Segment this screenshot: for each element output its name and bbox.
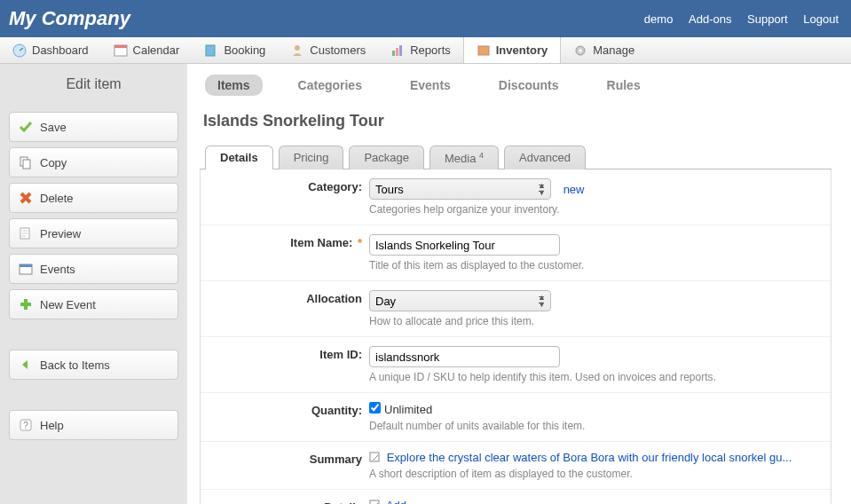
main-nav: Dashboard Calendar Booking Customers Rep…	[0, 37, 851, 64]
item-id-hint: A unique ID / SKU to help identify this …	[369, 371, 813, 383]
svg-rect-15	[20, 264, 32, 267]
svg-text:?: ?	[23, 421, 28, 430]
button-label: Save	[40, 121, 67, 134]
details-label: Details	[201, 499, 369, 504]
subnav-categories[interactable]: Categories	[286, 75, 374, 96]
subnav-events[interactable]: Events	[398, 75, 463, 96]
copy-button[interactable]: Copy	[9, 147, 178, 177]
svg-rect-8	[478, 46, 489, 55]
edit-icon	[369, 452, 380, 462]
svg-rect-18	[370, 453, 379, 461]
nav-label: Manage	[593, 43, 634, 57]
allocation-hint: How to allocate and price this item.	[369, 315, 813, 327]
sidebar: Edit item Save Copy Delete Preview Event…	[0, 64, 187, 504]
gear-icon	[573, 43, 587, 58]
item-id-label: Item ID:	[201, 346, 369, 383]
header-links: demo Add-ons Support Logout	[632, 12, 839, 26]
item-name-input[interactable]	[369, 234, 560, 256]
save-button[interactable]: Save	[9, 112, 178, 142]
copy-icon	[19, 155, 33, 169]
item-name-label: Item Name: *	[201, 234, 369, 272]
tab-package[interactable]: Package	[349, 146, 424, 169]
category-select[interactable]: Tours	[369, 178, 551, 200]
details-form: Category: Tours ▲▼ new Categories help o…	[200, 169, 831, 504]
button-label: Events	[40, 263, 75, 276]
summary-label: Summary	[201, 451, 369, 480]
events-icon	[19, 262, 33, 276]
tab-details[interactable]: Details	[205, 146, 273, 169]
new-category-link[interactable]: new	[563, 183, 585, 196]
summary-link[interactable]: Explore the crystal clear waters of Bora…	[387, 451, 792, 464]
link-demo[interactable]: demo	[644, 12, 674, 26]
events-button[interactable]: Events	[9, 254, 178, 284]
tab-pricing[interactable]: Pricing	[279, 146, 344, 169]
svg-rect-6	[396, 48, 398, 56]
allocation-label: Allocation	[201, 290, 369, 327]
subnav-items[interactable]: Items	[205, 75, 263, 96]
nav-booking[interactable]: Booking	[192, 37, 278, 63]
tabs: Details Pricing Package Media 4 Advanced	[200, 145, 831, 169]
check-icon	[19, 120, 33, 134]
quantity-label: Quantity:	[201, 402, 369, 432]
back-arrow-icon	[19, 358, 33, 372]
summary-hint: A short description of item as displayed…	[369, 468, 813, 480]
subnav-rules[interactable]: Rules	[595, 75, 653, 96]
svg-rect-3	[206, 45, 215, 56]
dashboard-icon	[12, 43, 27, 58]
unlimited-checkbox[interactable]	[369, 402, 381, 413]
category-label: Category:	[201, 178, 369, 216]
help-button[interactable]: ? Help	[9, 410, 178, 440]
nav-label: Booking	[224, 43, 265, 57]
delete-button[interactable]: Delete	[9, 183, 178, 213]
nav-manage[interactable]: Manage	[561, 37, 647, 63]
nav-inventory[interactable]: Inventory	[463, 37, 562, 63]
nav-calendar[interactable]: Calendar	[101, 37, 193, 63]
reports-icon	[390, 43, 405, 58]
link-logout[interactable]: Logout	[803, 12, 839, 26]
preview-button[interactable]: Preview	[9, 218, 178, 248]
svg-point-4	[295, 45, 300, 51]
inventory-icon	[477, 43, 491, 58]
page-title: Islands Snorkeling Tour	[200, 112, 831, 130]
delete-icon	[19, 191, 33, 205]
company-name: My Company	[9, 7, 632, 30]
booking-icon	[204, 43, 218, 58]
main-content: Items Categories Events Discounts Rules …	[187, 64, 851, 504]
link-addons[interactable]: Add-ons	[689, 12, 731, 26]
quantity-hint: Default number of units available for th…	[369, 420, 813, 432]
quantity-checkbox-wrap[interactable]: Unlimited	[369, 403, 432, 416]
subnav-discounts[interactable]: Discounts	[486, 75, 571, 96]
help-icon: ?	[19, 418, 33, 432]
nav-label: Inventory	[496, 43, 548, 57]
svg-rect-12	[23, 160, 30, 169]
tab-media[interactable]: Media 4	[429, 146, 499, 169]
svg-point-10	[579, 49, 582, 52]
item-id-input[interactable]	[369, 346, 560, 367]
nav-dashboard[interactable]: Dashboard	[0, 37, 101, 63]
nav-label: Reports	[410, 43, 451, 57]
button-label: Back to Items	[40, 358, 110, 372]
category-hint: Categories help organize your inventory.	[369, 203, 813, 216]
back-button[interactable]: Back to Items	[9, 350, 178, 380]
new-event-button[interactable]: New Event	[9, 289, 178, 319]
svg-rect-7	[399, 45, 402, 56]
nav-label: Customers	[310, 43, 366, 57]
button-label: Help	[40, 419, 64, 432]
allocation-select[interactable]: Day	[369, 290, 551, 311]
button-label: Delete	[40, 192, 74, 205]
tab-advanced[interactable]: Advanced	[504, 146, 586, 169]
sub-nav: Items Categories Events Discounts Rules	[200, 75, 831, 96]
link-support[interactable]: Support	[747, 12, 788, 26]
media-badge: 4	[479, 151, 484, 160]
required-icon: *	[358, 236, 362, 249]
svg-rect-5	[392, 51, 395, 56]
svg-rect-2	[114, 45, 127, 48]
calendar-icon	[114, 43, 128, 58]
nav-customers[interactable]: Customers	[278, 37, 378, 63]
item-name-hint: Title of this item as displayed to the c…	[369, 259, 813, 272]
nav-reports[interactable]: Reports	[378, 37, 463, 63]
nav-label: Dashboard	[32, 43, 89, 57]
details-add-link[interactable]: Add	[386, 499, 406, 504]
nav-label: Calendar	[133, 43, 180, 57]
button-label: New Event	[40, 298, 96, 311]
